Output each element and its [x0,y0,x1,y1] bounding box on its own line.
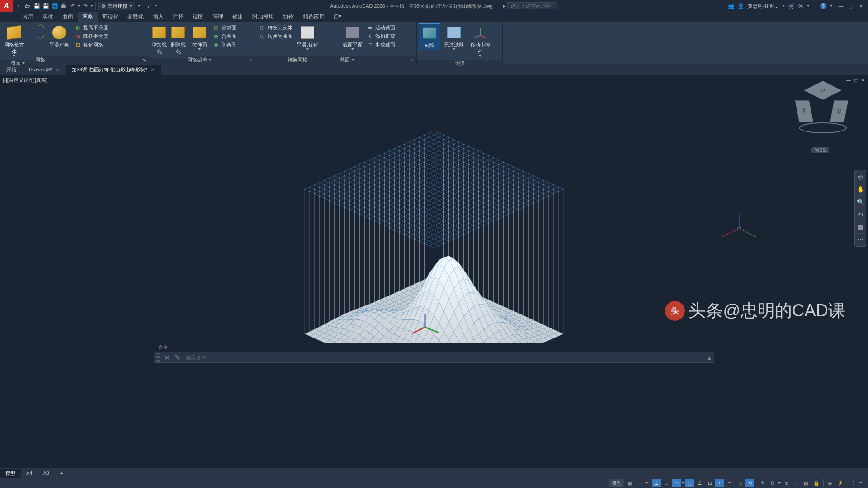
tab-mesh[interactable]: 网格 [78,12,98,22]
user-name[interactable]: 黄忠明-让世... [748,3,778,9]
tab-addins[interactable]: 附加模块 [248,12,278,22]
compass-ring[interactable] [798,122,848,136]
user-dropdown-icon[interactable] [782,5,785,7]
saveas-icon[interactable]: 💾 [42,2,50,10]
viewport[interactable]: [-][自定义视图][真实] — ▢ ✕ 上 左 [0,75,868,344]
app-icon[interactable]: Ⓐ [798,3,803,9]
showmotion-icon[interactable]: ▦ [855,221,866,234]
tab-annotate[interactable]: 注释 [168,12,188,22]
tab-featured[interactable]: 精选应用 [298,12,329,22]
command-input[interactable] [183,354,705,361]
nav-more-icon[interactable]: ⋯ [855,234,866,246]
doc-tab-start[interactable]: 开始 [0,65,23,75]
lock-ui-icon[interactable]: 🔒 [811,479,821,487]
otrack-icon[interactable]: ∠ [695,479,704,487]
workspace-icon[interactable]: ⚙ [768,479,777,487]
quickprops-icon[interactable]: ▤ [802,479,811,487]
refine-mesh-button[interactable]: ⊞优化网格 [72,41,110,49]
isolate-icon[interactable]: ◉ [826,479,835,487]
smooth-optimize-button[interactable]: 平滑,优化 [295,23,320,51]
cart-icon[interactable]: 🛒 [788,3,795,9]
smooth-object-button[interactable]: 平滑对象 [47,23,71,49]
plot-icon[interactable]: 🖶 [60,2,68,10]
doc-tab-drawing3[interactable]: Drawing3*✕ [23,65,66,74]
vp-minimize-icon[interactable]: — [845,77,852,83]
split-face-button[interactable]: ▥分割面 [211,23,238,32]
redo-icon[interactable]: ↷ [81,2,90,10]
ortho-icon[interactable]: ⊥ [652,479,661,487]
redo-dropdown-icon[interactable] [90,5,93,7]
share-dropdown-icon[interactable] [155,5,157,7]
full-nav-wheel-icon[interactable]: ◎ [855,170,866,183]
remove-crease-button[interactable]: ✕ 删除锐化 [169,23,187,56]
customize-icon[interactable]: ✎ [172,353,183,362]
curve2-icon[interactable]: ◡ [37,31,44,38]
units-icon[interactable]: ⬚ [792,479,801,487]
tab-extra[interactable]: ▢▾ [329,12,346,22]
transparency-icon[interactable]: ◫ [735,479,744,487]
customize-status-icon[interactable]: ≡ [856,479,865,487]
merge-face-button[interactable]: ▦合并面 [211,32,238,40]
extrude-face-button[interactable]: 拉伸面 [189,23,210,51]
wcs-label[interactable]: WCS [811,147,829,153]
command-line[interactable]: ✕ ✎ ▴ [154,352,714,363]
cull-button[interactable]: 剔除 [419,23,440,50]
snap-icon[interactable]: ∷ [635,479,644,487]
osnap-icon[interactable]: ◻ [672,479,681,487]
cycling-icon[interactable]: ⟲ [745,479,754,487]
orbit-icon[interactable]: ⟲ [855,208,866,221]
search-input[interactable] [507,2,557,9]
clean-screen-icon[interactable]: ⛶ [846,479,855,487]
mesh-box-button[interactable]: 网格长方体 [2,23,26,58]
zoom-icon[interactable]: 🔍 [855,196,866,208]
open-icon[interactable]: 🗁 [24,2,32,10]
tab-solid[interactable]: 实体 [38,12,58,22]
minimize-button[interactable]: — [836,2,845,9]
dyn-input-icon[interactable]: + [715,479,724,487]
recent-commands-icon[interactable]: ▴ [705,353,714,362]
polar-icon[interactable]: ∟ [662,479,671,487]
save-icon[interactable]: 💾 [33,2,41,10]
tab-insert[interactable]: 插入 [148,12,168,22]
live-section-button[interactable]: ▭活动截面 [364,23,397,32]
tab-collaborate[interactable]: 协作 [278,12,298,22]
viewcube-front[interactable]: 前 [830,100,849,122]
tab-surface[interactable]: 曲面 [58,12,78,22]
tab-parametric[interactable]: 参数化 [123,12,148,22]
dyn-ucs-icon[interactable]: ⊡ [705,479,714,487]
add-crease-button[interactable]: 增加锐化 [150,23,168,56]
close-icon[interactable]: ✕ [162,353,172,362]
help-icon[interactable]: ? [820,3,826,9]
tab-visualize[interactable]: 可视化 [98,12,123,22]
tab-view[interactable]: 视图 [188,12,208,22]
convert-surface-button[interactable]: ◫转换为曲面 [257,32,294,40]
3dosnap-icon[interactable]: ⬚ [685,479,694,487]
layout-tab-a4[interactable]: A4 [21,469,38,477]
add-tab-button[interactable]: + [161,66,170,73]
signin-icon[interactable]: 👥 [728,3,734,9]
pan-icon[interactable]: ✋ [855,183,866,196]
vp-close-icon[interactable]: ✕ [860,77,866,83]
workspace-selector[interactable]: ⚙ 三维建模 [98,2,135,10]
layout-tab-model[interactable]: 模型 [0,469,21,478]
maximize-button[interactable]: ▢ [846,2,855,9]
no-filter-button[interactable]: 无过滤器 [441,23,467,51]
close-icon[interactable]: ✕ [56,67,59,72]
anno-icon[interactable]: ✎ [758,479,767,487]
drag-handle-icon[interactable] [156,353,160,362]
convert-solid-button[interactable]: ◫转换为实体 [257,23,294,32]
anno-monitor-icon[interactable]: ⊕ [782,479,791,487]
close-hole-button[interactable]: ◉闭合孔 [211,41,238,49]
viewcube-top[interactable]: 上 [804,81,842,100]
section-plane-button[interactable]: 截面平面 [342,23,363,51]
viewport-label[interactable]: [-][自定义视图][真实] [3,77,47,84]
hardware-accel-icon[interactable]: ⚡ [835,479,845,487]
viewcube-left[interactable]: 左 [795,100,813,122]
increase-smooth-button[interactable]: ◐提高平滑度 [72,23,110,32]
vp-maximize-icon[interactable]: ▢ [853,77,859,83]
gizmo-button[interactable]: 移动小控件 [467,23,493,58]
generate-section-button[interactable]: ⬚生成截面 [364,41,397,49]
lineweight-icon[interactable]: ≡ [725,479,734,487]
share-icon[interactable]: ⇄ [146,2,154,10]
model-space-label[interactable]: 模型 [609,479,624,487]
